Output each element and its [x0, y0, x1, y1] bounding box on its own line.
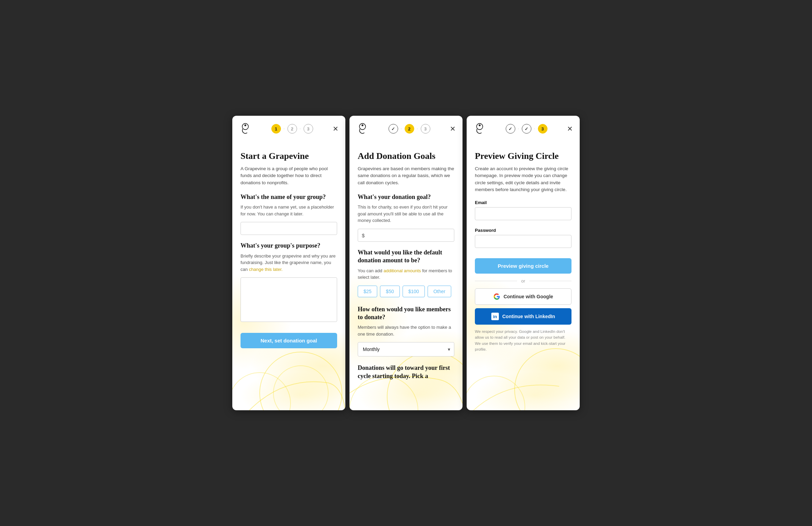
linkedin-button[interactable]: in Continue with LinkedIn — [475, 308, 571, 325]
close-button[interactable]: ✕ — [333, 125, 339, 132]
donation-goal-question: What's your donation goal? — [358, 193, 454, 201]
donation-frequency-question: How often would you like members to dona… — [358, 305, 454, 322]
svg-point-1 — [273, 366, 328, 410]
svg-point-12 — [479, 124, 480, 126]
panel3-title: Preview Giving Circle — [475, 151, 571, 161]
logo-2 — [356, 122, 369, 136]
svg-point-2 — [232, 373, 291, 410]
email-label: Email — [475, 200, 571, 205]
panel1-content: Start a Grapevine A Grapevine is a group… — [232, 144, 345, 356]
google-icon — [493, 293, 500, 300]
step-indicator: 1 · 2 · 3 — [271, 124, 313, 134]
panel3-subtitle: Create an account to preview the giving … — [475, 165, 571, 193]
or-divider: or — [475, 278, 571, 284]
close-button-2[interactable]: ✕ — [450, 125, 456, 132]
panel-header: 1 · 2 · 3 ✕ — [232, 116, 345, 136]
donation-goal-input[interactable] — [358, 229, 454, 242]
amount-other-btn[interactable]: Other — [428, 286, 451, 297]
separator-1: · — [284, 126, 285, 132]
or-text: or — [521, 278, 525, 284]
next-button[interactable]: Next, set donation goal — [241, 333, 337, 348]
sep3-2: · — [534, 126, 535, 132]
step2-1: ✓ — [389, 124, 398, 134]
frequency-select-wrapper: Monthly Weekly Quarterly Yearly — [358, 342, 454, 356]
google-label: Continue with Google — [504, 294, 553, 299]
group-name-question: What's the name of your group? — [241, 193, 337, 201]
logo-3 — [473, 122, 486, 136]
email-input[interactable] — [475, 207, 571, 220]
google-button[interactable]: Continue with Google — [475, 288, 571, 305]
step2-2: 2 — [405, 124, 414, 134]
separator-2: · — [300, 126, 301, 132]
logo — [239, 122, 251, 136]
step3-1: ✓ — [506, 124, 515, 134]
password-group: Password — [475, 228, 571, 248]
step-indicator-3: ✓ · ✓ · 3 — [506, 124, 548, 134]
step-2: 2 — [287, 124, 297, 134]
group-purpose-question: What's your group's purpose? — [241, 242, 337, 250]
group-name-section: What's the name of your group? If you do… — [241, 193, 337, 235]
linkedin-icon: in — [491, 313, 499, 320]
password-label: Password — [475, 228, 571, 233]
panel2-header: ✓ · 2 · 3 ✕ — [349, 116, 463, 136]
svg-point-10 — [467, 376, 525, 410]
step-indicator-2: ✓ · 2 · 3 — [389, 124, 430, 134]
password-input[interactable] — [475, 235, 571, 248]
default-amount-section: What would you like the default donation… — [358, 249, 454, 297]
additional-amounts-link[interactable]: additional amounts — [383, 268, 421, 273]
cycle-section: Donations will go toward your first cycl… — [358, 364, 454, 380]
panel3-header: ✓ · ✓ · 3 ✕ — [467, 116, 580, 136]
svg-point-8 — [361, 124, 363, 126]
amount-100-btn[interactable]: $100 — [403, 286, 425, 297]
default-amount-desc: You can add additional amounts for membe… — [358, 267, 454, 281]
panel3-content: Preview Giving Circle Create an account … — [467, 144, 580, 361]
group-purpose-section: What's your group's purpose? Briefly des… — [241, 242, 337, 323]
panel1-subtitle: A Grapevine is a group of people who poo… — [241, 165, 337, 186]
donation-goal-section: What's your donation goal? This is for c… — [358, 193, 454, 242]
panel2-content: Add Donation Goals Grapevines are based … — [349, 144, 463, 395]
panel1-title: Start a Grapevine — [241, 151, 337, 161]
privacy-text: We respect your privacy. Google and Link… — [475, 329, 571, 352]
cutoff-title: Donations will go toward your first cycl… — [358, 364, 454, 380]
sep2-2: · — [417, 126, 418, 132]
panel2-title: Add Donation Goals — [358, 151, 454, 161]
donation-frequency-section: How often would you like members to dona… — [358, 305, 454, 357]
step3-2: ✓ — [522, 124, 531, 134]
step2-3: 3 — [421, 124, 430, 134]
group-purpose-input[interactable] — [241, 277, 337, 322]
panel-donation-goals: ✓ · 2 · 3 ✕ Add Donation Goals Grapevine… — [349, 116, 463, 410]
amount-50-btn[interactable]: $50 — [380, 286, 399, 297]
preview-button[interactable]: Preview giving circle — [475, 258, 571, 274]
email-group: Email — [475, 200, 571, 220]
group-name-desc: If you don't have a name yet, use a plac… — [241, 204, 337, 217]
close-button-3[interactable]: ✕ — [567, 125, 573, 132]
donation-frequency-desc: Members will always have the option to m… — [358, 324, 454, 337]
change-later-link[interactable]: change this later. — [249, 267, 283, 272]
default-amount-question: What would you like the default donation… — [358, 249, 454, 265]
frequency-select[interactable]: Monthly Weekly Quarterly Yearly — [358, 342, 454, 356]
panel2-subtitle: Grapevines are based on members making t… — [358, 165, 454, 186]
step-1: 1 — [271, 124, 281, 134]
panel-preview: ✓ · ✓ · 3 ✕ Preview Giving Circle Create… — [467, 116, 580, 410]
amount-buttons: $25 $50 $100 Other — [358, 286, 454, 297]
linkedin-label: Continue with LinkedIn — [502, 314, 555, 319]
amount-25-btn[interactable]: $25 — [358, 286, 377, 297]
group-name-input[interactable] — [241, 222, 337, 235]
svg-point-0 — [260, 352, 342, 410]
screen-container: 1 · 2 · 3 ✕ Start a Grapevine A Grapevin… — [218, 116, 594, 410]
panel-start-grapevine: 1 · 2 · 3 ✕ Start a Grapevine A Grapevin… — [232, 116, 345, 410]
dollar-input-wrapper — [358, 229, 454, 242]
step3-3: 3 — [538, 124, 548, 134]
sep2-1: · — [401, 126, 402, 132]
svg-point-4 — [244, 124, 246, 126]
group-purpose-desc: Briefly describe your grapevine and why … — [241, 253, 337, 273]
step-3: 3 — [304, 124, 313, 134]
donation-goal-desc: This is for charity, so even if you don'… — [358, 204, 454, 224]
sep3-1: · — [518, 126, 519, 132]
